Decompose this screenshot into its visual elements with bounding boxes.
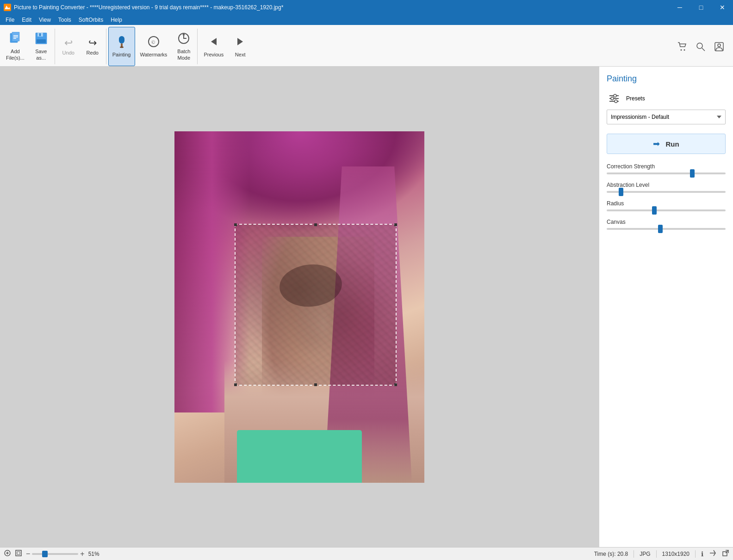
painting-button[interactable]: Painting [108,27,135,66]
zoom-value: 51% [88,551,105,557]
title-bar: Picture to Painting Converter - ****Unre… [0,0,733,15]
correction-strength-slider[interactable] [607,172,726,174]
save-as-button[interactable]: Saveas... [30,27,53,66]
account-button[interactable] [711,38,727,55]
painting-label: Painting [112,52,131,58]
canvas-area[interactable] [0,67,599,547]
format-status: JPG [640,551,650,557]
canvas-slider[interactable] [607,228,726,230]
menu-file[interactable]: File [2,16,18,24]
maximize-button[interactable]: □ [690,0,712,15]
cart-button[interactable] [674,38,690,55]
status-sep-1 [634,550,634,558]
correction-strength-thumb [690,169,695,178]
presets-label: Presets [626,95,645,102]
presets-icon [607,91,621,106]
undo-button[interactable]: ↩ Undo [57,27,80,66]
correction-strength-label: Correction Strength [607,163,726,170]
svg-rect-34 [17,552,20,554]
radius-thumb [652,206,657,215]
time-status: Time (s): 20.8 [594,551,628,557]
canvas-section: Canvas [607,219,726,230]
abstraction-level-slider[interactable] [607,191,726,193]
redo-button[interactable]: ↪ Redo [81,27,104,66]
svg-point-18 [681,49,682,50]
painting-effect-overlay [235,224,397,386]
search-icon [696,42,705,51]
canvas-label: Canvas [607,219,726,225]
minimize-button[interactable]: ─ [669,0,690,15]
menu-bar: File Edit View Tools SoftOrbits Help [0,15,733,25]
next-button[interactable]: Next [229,27,252,66]
account-icon [714,42,724,51]
ribbon-sep-2 [106,29,106,64]
zoom-in-button[interactable]: + [80,550,84,558]
svg-rect-10 [119,36,124,43]
svg-marker-17 [237,38,243,45]
ribbon-sep-1 [55,29,55,64]
undo-label: Undo [62,50,75,56]
external-icon[interactable] [722,549,729,558]
zoom-controls: − + [26,550,85,558]
shirt [237,430,362,483]
panel-title: Painting [607,74,726,84]
run-button[interactable]: ➡ Run [607,134,726,154]
previous-label: Previous [204,52,224,58]
previous-button[interactable]: Previous [199,27,228,66]
svg-text:©: © [151,39,155,45]
ribbon: AddFile(s)... Saveas... ↩ Undo ↪ Redo [0,25,733,67]
presets-dropdown[interactable]: Impressionism - Default Impressionism - … [607,110,726,124]
run-arrow-icon: ➡ [653,139,660,149]
svg-rect-9 [39,33,41,36]
zoom-out-button[interactable]: − [26,550,30,558]
presets-header: Presets [607,91,726,106]
undo-icon: ↩ [64,37,73,49]
watermarks-label: Watermarks [140,52,168,58]
radius-slider[interactable] [607,209,726,211]
title-bar-text: Picture to Painting Converter - ****Unre… [14,4,283,11]
svg-point-19 [684,49,685,50]
svg-line-21 [702,48,705,51]
redo-label: Redo [87,50,99,56]
close-button[interactable]: ✕ [712,0,733,15]
menu-help[interactable]: Help [107,16,126,24]
image-container [174,131,424,483]
save-as-label: Saveas... [35,49,47,61]
svg-rect-8 [37,39,46,43]
redo-icon: ↪ [88,37,97,49]
correction-strength-section: Correction Strength [607,163,726,174]
svg-point-29 [615,100,617,103]
ribbon-sep-3 [197,29,198,64]
abstraction-level-label: Abstraction Level [607,182,726,188]
canvas-thumb [658,225,663,233]
svg-point-27 [614,94,616,97]
add-files-button[interactable]: AddFile(s)... [2,27,29,66]
svg-rect-2 [12,32,19,41]
abstraction-level-thumb [619,188,623,196]
svg-point-28 [611,97,614,100]
cart-icon [677,42,687,51]
home-icon[interactable] [4,549,11,558]
info-icon[interactable]: ℹ [701,550,703,558]
abstraction-level-section: Abstraction Level [607,182,726,193]
bottom-right: Time (s): 20.8 JPG 1310x1920 ℹ [594,549,729,558]
title-bar-left: Picture to Painting Converter - ****Unre… [4,4,283,11]
zoom-slider[interactable] [32,553,78,555]
batch-mode-icon [177,32,190,48]
watermarks-icon: © [147,35,160,51]
menu-tools[interactable]: Tools [55,16,75,24]
svg-point-12 [120,46,124,48]
right-panel: Painting Presets Impressionism - D [599,67,733,547]
batch-mode-label: BatchMode [177,49,190,61]
watermarks-button[interactable]: © Watermarks [136,27,172,66]
previous-icon [207,35,220,51]
main-content: Painting Presets Impressionism - D [0,67,733,547]
menu-edit[interactable]: Edit [18,16,35,24]
fit-icon[interactable] [15,549,22,558]
menu-view[interactable]: View [35,16,55,24]
search-button[interactable] [692,38,709,55]
menu-softorbits[interactable]: SoftOrbits [75,16,107,24]
share-icon[interactable] [709,549,716,558]
painting-icon [115,35,128,51]
batch-mode-button[interactable]: BatchMode [172,27,195,66]
